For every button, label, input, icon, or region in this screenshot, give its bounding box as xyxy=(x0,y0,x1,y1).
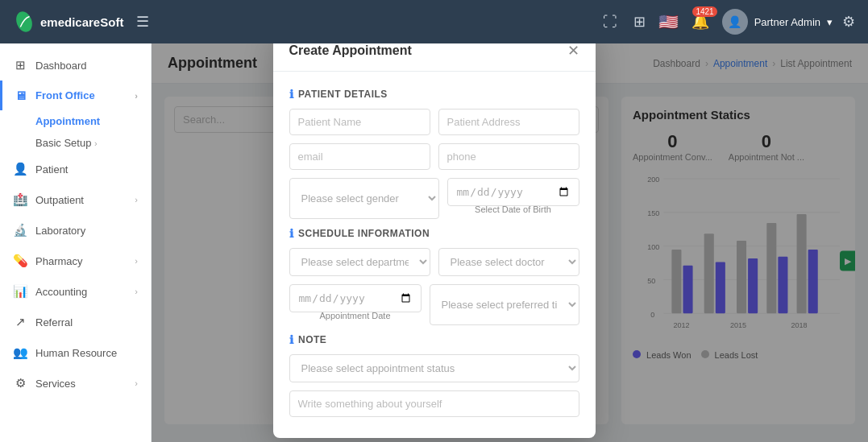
grid-icon[interactable]: ⊞ xyxy=(630,10,649,34)
gender-select[interactable]: Please select gender Male Female xyxy=(289,178,439,219)
sidebar-item-label: Pharmacy xyxy=(35,255,83,267)
info-icon2: ℹ xyxy=(289,227,294,240)
flag-icon[interactable]: 🇺🇸 xyxy=(658,12,679,31)
section1-label: PATIENT DETAILS xyxy=(298,89,388,100)
chevron-icon: › xyxy=(135,256,138,266)
chevron-icon: › xyxy=(135,378,138,388)
user-label: Partner Admin xyxy=(754,16,820,28)
dashboard-icon: ⊞ xyxy=(13,58,27,72)
user-menu[interactable]: 👤 Partner Admin ▾ xyxy=(722,9,833,35)
fullscreen-icon[interactable]: ⛶ xyxy=(600,10,621,34)
main-content: Appointment Dashboard › Appointment › Li… xyxy=(152,43,868,442)
section2-label: SCHEDULE INFORMATION xyxy=(298,228,430,239)
laboratory-icon: 🔬 xyxy=(13,223,27,238)
email-phone-row xyxy=(289,143,579,170)
avatar: 👤 xyxy=(722,9,748,35)
sidebar-sub-label: Basic Setup xyxy=(35,137,91,149)
appointment-status-select[interactable]: Please select appointment status xyxy=(289,354,579,382)
appt-status-row: Please select appointment status xyxy=(289,354,579,382)
outpatient-icon: 🏥 xyxy=(13,192,27,207)
sidebar-item-referral[interactable]: ↗ Referral xyxy=(0,307,151,337)
sidebar-item-pharmacy[interactable]: 💊 Pharmacy › xyxy=(0,246,151,276)
schedule-info-header: ℹ SCHEDULE INFORMATION xyxy=(289,227,579,240)
email-input[interactable] xyxy=(289,143,430,170)
front-office-icon: 🖥 xyxy=(13,89,27,102)
gender-dob-row: Please select gender Male Female Select … xyxy=(289,178,579,219)
hr-icon: 👥 xyxy=(13,345,27,360)
svg-point-0 xyxy=(14,10,35,33)
sidebar-item-front-office[interactable]: 🖥 Front Office › xyxy=(0,81,151,110)
layout: ⊞ Dashboard 🖥 Front Office › Appointment… xyxy=(0,43,868,442)
chevron-icon: › xyxy=(94,138,98,148)
logo-icon xyxy=(13,10,35,33)
sidebar-item-label: Front Office xyxy=(35,89,95,101)
sidebar-item-label: Laboratory xyxy=(35,225,85,237)
chevron-icon: › xyxy=(135,91,138,101)
dept-doctor-row: Please select department Please select d… xyxy=(289,248,579,276)
modal-title: Create Appointment xyxy=(289,43,412,58)
top-navigation: emedicareSoft ☰ ⛶ ⊞ 🇺🇸 🔔 1421 👤 Partner … xyxy=(0,0,868,43)
patient-address-input[interactable] xyxy=(438,109,579,135)
patient-details-header: ℹ PATIENT DETAILS xyxy=(289,88,579,101)
section3-label: NOTE xyxy=(298,334,326,345)
dob-hint: Select Date of Birth xyxy=(447,204,579,214)
preferred-time-select[interactable]: Please select preferred time xyxy=(430,284,579,325)
appt-date-hint: Appointment Date xyxy=(289,311,422,320)
sidebar-item-label: Referral xyxy=(35,316,73,328)
logo-text: emedicareSoft xyxy=(40,15,123,29)
sidebar-sub-basic-setup[interactable]: Basic Setup › xyxy=(0,132,151,154)
date-time-row: Appointment Date Please select preferred… xyxy=(289,284,579,325)
sidebar-item-dashboard[interactable]: ⊞ Dashboard xyxy=(0,50,151,81)
info-icon3: ℹ xyxy=(289,333,294,346)
sidebar-sub-appointment[interactable]: Appointment xyxy=(0,110,151,132)
chevron-icon: › xyxy=(135,287,138,296)
note-input[interactable] xyxy=(289,390,579,417)
patient-name-input[interactable] xyxy=(289,109,430,135)
services-icon: ⚙ xyxy=(13,376,27,390)
sidebar-item-human-resource[interactable]: 👥 Human Resource xyxy=(0,337,151,368)
phone-input[interactable] xyxy=(438,143,579,170)
patient-icon: 👤 xyxy=(13,162,27,176)
pharmacy-icon: 💊 xyxy=(13,254,27,268)
chevron-icon: › xyxy=(135,195,138,204)
note-header: ℹ NOTE xyxy=(289,333,579,346)
modal-body: ℹ PATIENT DETAILS Please select gender xyxy=(273,72,596,438)
sidebar-item-services[interactable]: ⚙ Services › xyxy=(0,368,151,399)
notification-badge: 1421 xyxy=(692,6,716,17)
modal-header: Create Appointment ✕ xyxy=(273,43,596,72)
sidebar-item-label: Services xyxy=(35,378,76,390)
sidebar-item-laboratory[interactable]: 🔬 Laboratory xyxy=(0,215,151,246)
doctor-select[interactable]: Please select doctor xyxy=(438,248,579,276)
create-appointment-modal: Create Appointment ✕ ℹ PATIENT DETAILS xyxy=(273,43,596,438)
dob-input[interactable] xyxy=(447,178,579,206)
modal-overlay: Create Appointment ✕ ℹ PATIENT DETAILS xyxy=(152,43,868,442)
hamburger-icon[interactable]: ☰ xyxy=(133,10,152,34)
info-icon: ℹ xyxy=(289,88,294,101)
logo[interactable]: emedicareSoft xyxy=(13,10,123,33)
sidebar: ⊞ Dashboard 🖥 Front Office › Appointment… xyxy=(0,43,152,442)
sidebar-item-outpatient[interactable]: 🏥 Outpatient › xyxy=(0,184,151,215)
close-button[interactable]: ✕ xyxy=(567,43,579,58)
sidebar-item-label: Dashboard xyxy=(35,60,87,72)
user-dropdown-arrow: ▾ xyxy=(827,16,833,28)
sidebar-sub-label: Appointment xyxy=(35,115,100,127)
sidebar-item-label: Patient xyxy=(35,163,68,176)
sidebar-item-patient[interactable]: 👤 Patient xyxy=(0,154,151,184)
sidebar-item-label: Human Resource xyxy=(35,347,117,359)
patient-name-address-row xyxy=(289,109,579,135)
note-row xyxy=(289,390,579,417)
sidebar-item-label: Accounting xyxy=(35,286,87,298)
settings-icon[interactable]: ⚙ xyxy=(842,13,855,31)
notification-wrap[interactable]: 🔔 1421 xyxy=(688,10,712,34)
department-select[interactable]: Please select department xyxy=(289,248,430,276)
accounting-icon: 📊 xyxy=(13,284,27,299)
appointment-date-input[interactable] xyxy=(289,284,422,312)
sidebar-item-accounting[interactable]: 📊 Accounting › xyxy=(0,276,151,307)
referral-icon: ↗ xyxy=(13,315,27,329)
sidebar-item-label: Outpatient xyxy=(35,194,84,206)
